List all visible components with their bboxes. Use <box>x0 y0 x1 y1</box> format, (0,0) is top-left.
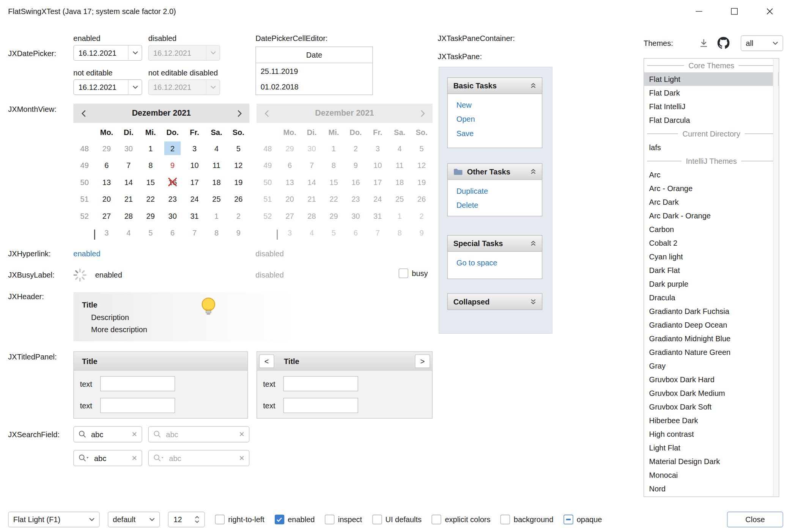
calendar-day-cell[interactable]: 6 <box>96 157 118 174</box>
theme-list-item[interactable]: Dark Flat <box>644 264 779 277</box>
task-link-delete[interactable]: Delete <box>456 201 534 209</box>
checkbox-box[interactable] <box>399 268 408 278</box>
next-month-button[interactable] <box>229 104 249 123</box>
checkbox-background[interactable]: background <box>501 515 553 524</box>
theme-list-item[interactable]: Arc <box>644 168 779 182</box>
checkbox-box[interactable] <box>432 515 441 524</box>
font-combo[interactable]: default <box>108 512 160 527</box>
calendar-day-cell[interactable]: 16 <box>162 174 184 191</box>
themes-filter-combo[interactable]: all <box>741 35 783 51</box>
theme-list-item[interactable]: Flat Light <box>644 72 779 86</box>
calendar-day-cell[interactable]: 14 <box>118 174 140 191</box>
theme-list-item[interactable]: Gradianto Midnight Blue <box>644 332 779 345</box>
taskpane-header[interactable]: Collapsed <box>447 293 543 310</box>
calendar-day-cell[interactable]: 17 <box>184 174 206 191</box>
search-menu-icon[interactable] <box>79 454 90 462</box>
calendar-day-cell[interactable]: 7 <box>184 224 206 242</box>
checkbox-box[interactable] <box>501 515 510 524</box>
chevron-down-icon[interactable] <box>128 80 142 95</box>
calendar-day-cell[interactable]: 19 <box>227 174 249 191</box>
theme-list[interactable]: Core ThemesFlat LightFlat DarkFlat Intel… <box>644 58 779 497</box>
calendar-day-cell[interactable]: 23 <box>162 191 184 208</box>
task-link-save[interactable]: Save <box>456 129 534 138</box>
download-icon[interactable] <box>698 38 709 49</box>
calendar-day-cell[interactable]: 31 <box>184 207 206 224</box>
calendar-day-cell[interactable]: 4 <box>118 224 140 242</box>
prev-month-button[interactable] <box>73 104 93 123</box>
spinner-value[interactable]: 12 <box>168 515 191 524</box>
checkbox-box[interactable] <box>275 515 284 524</box>
calendar-day-cell[interactable]: 20 <box>96 191 118 208</box>
theme-list-item[interactable]: Gruvbox Dark Hard <box>644 373 779 386</box>
calendar-day-cell[interactable]: 18 <box>206 174 228 191</box>
theme-list-item[interactable]: Arc Dark <box>644 195 779 209</box>
theme-list-item[interactable]: Monocai <box>644 468 779 482</box>
calendar-day-cell[interactable]: 25 <box>206 191 228 208</box>
theme-list-item[interactable]: Flat Darcula <box>644 113 779 127</box>
theme-list-item[interactable]: Gruvbox Dark Medium <box>644 386 779 400</box>
calendar-day-cell[interactable]: 1 <box>206 207 228 224</box>
collapse-icon[interactable] <box>530 241 536 246</box>
expand-icon[interactable] <box>530 299 536 304</box>
checkbox-box[interactable] <box>372 515 382 524</box>
checkbox-box[interactable] <box>563 515 573 524</box>
theme-list-item[interactable]: Gradianto Deep Ocean <box>644 318 779 332</box>
calendar-day-cell[interactable]: 15 <box>140 174 162 191</box>
datepicker-enabled[interactable]: 16.12.2021 <box>73 45 142 61</box>
theme-list-item[interactable]: lafs <box>644 141 779 154</box>
calendar-day-cell[interactable]: 11 <box>206 157 228 174</box>
task-link-new[interactable]: New <box>456 100 534 109</box>
table-row[interactable]: 25.11.2019 <box>256 63 373 79</box>
calendar-day-cell[interactable]: 2 <box>227 207 249 224</box>
calendar-day-cell[interactable]: 9 <box>162 157 184 174</box>
theme-list-item[interactable]: Hiberbee Dark <box>644 414 779 427</box>
calendar-day-cell[interactable]: 12 <box>227 157 249 174</box>
theme-list-item[interactable]: Carbon <box>644 223 779 236</box>
theme-list-item[interactable]: Gruvbox Dark Soft <box>644 400 779 414</box>
theme-list-item[interactable]: Flat Dark <box>644 86 779 100</box>
theme-list-item[interactable]: High contrast <box>644 427 779 441</box>
taskpane-header[interactable]: Basic Tasks <box>447 77 543 94</box>
text-input[interactable] <box>283 398 358 413</box>
theme-list-item[interactable]: Cyan light <box>644 250 779 264</box>
theme-list-item[interactable]: Material Design Dark <box>644 455 779 468</box>
calendar-day-cell[interactable]: 3 <box>96 224 118 242</box>
calendar-day-cell[interactable]: 27 <box>96 207 118 224</box>
task-link-duplicate[interactable]: Duplicate <box>456 187 534 195</box>
chevron-up-icon[interactable] <box>195 516 199 519</box>
close-window-button[interactable] <box>752 0 787 23</box>
checkbox-right-to-left[interactable]: right-to-left <box>215 515 264 524</box>
calendar-day-cell[interactable]: 28 <box>118 207 140 224</box>
datepicker-value[interactable]: 16.12.2021 <box>74 49 128 57</box>
calendar-day-cell[interactable]: 4 <box>206 140 228 157</box>
task-link-go-to-space[interactable]: Go to space <box>456 258 534 267</box>
search-input[interactable] <box>93 453 132 463</box>
font-size-spinner[interactable]: 12 <box>168 512 205 527</box>
search-field-with-menu[interactable]: × <box>73 450 142 466</box>
calendar-day-cell[interactable]: 30 <box>118 140 140 157</box>
calendar-day-cell[interactable]: 8 <box>140 157 162 174</box>
collapse-icon[interactable] <box>530 83 536 89</box>
calendar-day-cell[interactable]: 3 <box>184 140 206 157</box>
close-button[interactable]: Close <box>727 512 783 527</box>
theme-list-item[interactable]: Gradianto Dark Fuchsia <box>644 304 779 318</box>
text-input[interactable] <box>283 376 358 391</box>
calendar-day-cell[interactable]: 24 <box>184 191 206 208</box>
github-icon[interactable] <box>718 37 730 49</box>
minimize-button[interactable] <box>681 0 716 23</box>
calendar-day-cell[interactable]: 13 <box>96 174 118 191</box>
busy-checkbox[interactable]: busy <box>399 268 428 278</box>
maximize-button[interactable] <box>716 0 752 23</box>
taskpane-header[interactable]: Other Tasks <box>447 163 543 180</box>
theme-list-item[interactable]: Flat IntelliJ <box>644 100 779 113</box>
theme-list-item[interactable]: Arc - Orange <box>644 182 779 195</box>
theme-list-item[interactable]: Gradianto Nature Green <box>644 345 779 359</box>
checkbox-box[interactable] <box>325 515 334 524</box>
theme-list-item[interactable]: Dracula <box>644 291 779 304</box>
calendar-day-cell[interactable]: 21 <box>118 191 140 208</box>
calendar-day-cell[interactable]: 29 <box>96 140 118 157</box>
text-input[interactable] <box>100 376 175 391</box>
checkbox-enabled[interactable]: enabled <box>275 515 315 524</box>
search-field[interactable]: × <box>73 426 142 443</box>
calendar-day-cell[interactable]: 30 <box>162 207 184 224</box>
